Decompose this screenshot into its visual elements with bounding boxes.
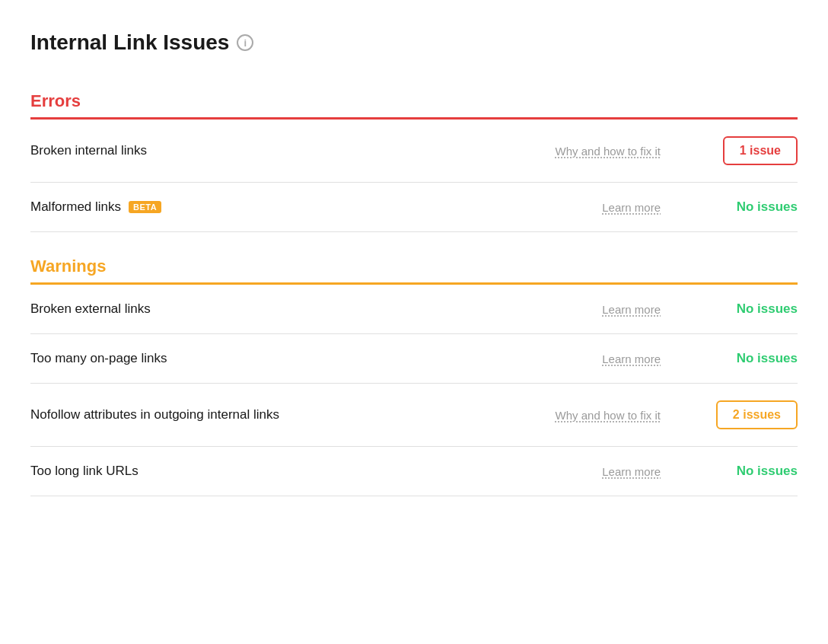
warnings-section-title: Warnings <box>30 257 106 276</box>
issue-name-broken-external: Broken external links <box>30 301 602 317</box>
errors-section-header: Errors <box>30 91 798 120</box>
learn-more-too-many-links-link[interactable]: Learn more <box>602 352 661 365</box>
page-title: Internal Link Issues <box>30 30 229 55</box>
warnings-section: Warnings Broken external links Learn mor… <box>30 257 798 496</box>
warnings-section-header: Warnings <box>30 257 798 285</box>
page-header: Internal Link Issues i <box>30 30 798 55</box>
issue-name-too-many-links: Too many on-page links <box>30 351 602 366</box>
errors-section-title: Errors <box>30 91 81 110</box>
issue-name-nofollow: Nofollow attributes in outgoing internal… <box>30 407 556 422</box>
learn-more-malformed-link[interactable]: Learn more <box>602 201 661 214</box>
no-issues-broken-external: No issues <box>737 301 798 316</box>
table-row: Too many on-page links Learn more No iss… <box>30 334 798 384</box>
learn-more-broken-external-link[interactable]: Learn more <box>602 303 661 316</box>
issue-status-broken-internal: 1 issue <box>691 136 798 165</box>
issue-status-nofollow: 2 issues <box>691 400 798 429</box>
issue-name-malformed: Malformed links BETA <box>30 199 602 215</box>
no-issues-long-urls: No issues <box>737 464 798 478</box>
why-fix-broken-internal-link[interactable]: Why and how to fix it <box>556 145 661 158</box>
issue-badge-nofollow[interactable]: 2 issues <box>716 400 798 429</box>
info-icon[interactable]: i <box>237 34 253 51</box>
issue-status-long-urls: No issues <box>691 464 798 479</box>
no-issues-too-many-links: No issues <box>737 351 798 365</box>
table-row: Too long link URLs Learn more No issues <box>30 447 798 496</box>
issue-name-long-urls: Too long link URLs <box>30 464 602 479</box>
learn-more-long-urls-link[interactable]: Learn more <box>602 465 661 478</box>
issue-name-broken-internal: Broken internal links <box>30 143 556 158</box>
errors-section: Errors Broken internal links Why and how… <box>30 91 798 232</box>
issue-badge-broken-internal[interactable]: 1 issue <box>723 136 798 165</box>
no-issues-malformed: No issues <box>737 199 798 214</box>
table-row: Broken internal links Why and how to fix… <box>30 120 798 183</box>
table-row: Malformed links BETA Learn more No issue… <box>30 183 798 232</box>
issue-status-broken-external: No issues <box>691 301 798 317</box>
issue-status-malformed: No issues <box>691 199 798 215</box>
beta-badge: BETA <box>129 201 161 213</box>
table-row: Nofollow attributes in outgoing internal… <box>30 384 798 447</box>
issue-status-too-many-links: No issues <box>691 351 798 366</box>
table-row: Broken external links Learn more No issu… <box>30 285 798 334</box>
why-fix-nofollow-link[interactable]: Why and how to fix it <box>556 409 661 422</box>
